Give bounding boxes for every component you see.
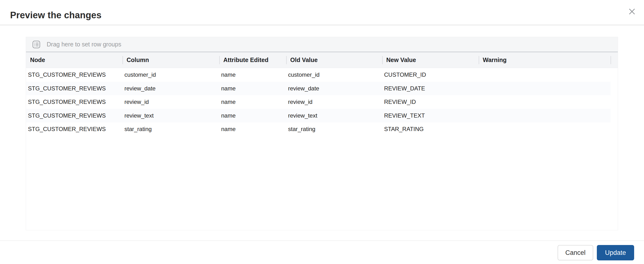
table-row[interactable]: STG_CUSTOMER_REVIEWSstar_ratingnamestar_…	[26, 122, 610, 136]
footer-divider	[0, 241, 644, 241]
changes-table: Drag here to set row groups NodeColumnAt…	[26, 37, 618, 230]
cell-column[interactable]: review_text	[122, 109, 219, 123]
close-button[interactable]	[626, 6, 638, 17]
title-divider	[0, 25, 644, 25]
close-icon	[627, 7, 637, 16]
page-title: Preview the changes	[10, 10, 102, 20]
table-row[interactable]: STG_CUSTOMER_REVIEWScustomer_idnamecusto…	[26, 68, 610, 82]
cell-new_value[interactable]: REVIEW_DATE	[382, 82, 479, 95]
column-header-column[interactable]: Column	[122, 52, 219, 68]
row-groups-icon	[32, 40, 40, 48]
preview-changes-dialog: Preview the changes Drag here to set row…	[0, 0, 644, 264]
table-header-row: NodeColumnAttribute EditedOld ValueNew V…	[26, 52, 618, 68]
cell-warning[interactable]	[479, 68, 610, 82]
table-row[interactable]: STG_CUSTOMER_REVIEWSreview_textnamerevie…	[26, 109, 610, 123]
cell-old_value[interactable]: review_text	[286, 109, 382, 123]
cell-column[interactable]: customer_id	[122, 68, 219, 82]
cell-column[interactable]: review_id	[122, 95, 219, 109]
column-header-node[interactable]: Node	[26, 52, 122, 68]
cell-attribute_edited[interactable]: name	[219, 68, 286, 82]
table-row[interactable]: STG_CUSTOMER_REVIEWSreview_idnamereview_…	[26, 95, 610, 109]
cell-column[interactable]: review_date	[122, 82, 219, 95]
cancel-button[interactable]: Cancel	[558, 245, 593, 261]
cell-old_value[interactable]: star_rating	[286, 122, 382, 136]
column-header-old_value[interactable]: Old Value	[286, 52, 382, 68]
column-header-attribute_edited[interactable]: Attribute Edited	[219, 52, 286, 68]
cell-new_value[interactable]: REVIEW_TEXT	[382, 109, 479, 123]
update-button[interactable]: Update	[597, 245, 634, 261]
cell-warning[interactable]	[479, 82, 610, 95]
cell-attribute_edited[interactable]: name	[219, 109, 286, 123]
column-header-new_value[interactable]: New Value	[382, 52, 479, 68]
cell-node[interactable]: STG_CUSTOMER_REVIEWS	[26, 122, 122, 136]
cell-attribute_edited[interactable]: name	[219, 95, 286, 109]
cell-new_value[interactable]: STAR_RATING	[382, 122, 479, 136]
cell-old_value[interactable]: review_id	[286, 95, 382, 109]
column-header-warning[interactable]: Warning	[479, 52, 610, 68]
cell-node[interactable]: STG_CUSTOMER_REVIEWS	[26, 95, 122, 109]
cell-warning[interactable]	[479, 109, 610, 123]
cell-column[interactable]: star_rating	[122, 122, 219, 136]
cell-node[interactable]: STG_CUSTOMER_REVIEWS	[26, 68, 122, 82]
table-row[interactable]: STG_CUSTOMER_REVIEWSreview_datenamerevie…	[26, 82, 610, 95]
cell-old_value[interactable]: customer_id	[286, 68, 382, 82]
cell-attribute_edited[interactable]: name	[219, 122, 286, 136]
row-group-drop-zone[interactable]: Drag here to set row groups	[26, 37, 618, 52]
cell-old_value[interactable]: review_date	[286, 82, 382, 95]
cell-attribute_edited[interactable]: name	[219, 82, 286, 95]
cell-warning[interactable]	[479, 95, 610, 109]
cell-warning[interactable]	[479, 122, 610, 136]
cell-node[interactable]: STG_CUSTOMER_REVIEWS	[26, 82, 122, 95]
cell-new_value[interactable]: REVIEW_ID	[382, 95, 479, 109]
table-body: STG_CUSTOMER_REVIEWScustomer_idnamecusto…	[26, 68, 618, 136]
cell-node[interactable]: STG_CUSTOMER_REVIEWS	[26, 109, 122, 123]
header-scrollbar-spacer	[610, 52, 618, 68]
row-group-hint-label: Drag here to set row groups	[47, 41, 121, 48]
cell-new_value[interactable]: CUSTOMER_ID	[382, 68, 479, 82]
